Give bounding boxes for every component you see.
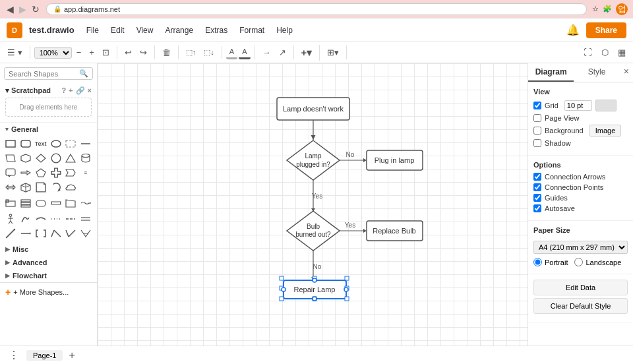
shape-cube[interactable] bbox=[19, 181, 32, 194]
share-button[interactable]: Share bbox=[586, 22, 626, 38]
landscape-radio[interactable] bbox=[574, 258, 583, 266]
shape-circle[interactable] bbox=[49, 152, 63, 165]
more-shapes-btn[interactable]: + + More Shapes... bbox=[0, 282, 97, 301]
shape-double-arrow[interactable] bbox=[4, 181, 17, 194]
clear-default-style-btn[interactable]: Clear Default Style bbox=[533, 298, 628, 314]
format-panel-btn[interactable]: ▦ bbox=[615, 46, 629, 59]
shadow-checkbox[interactable] bbox=[533, 139, 541, 147]
delete-btn[interactable]: 🗑 bbox=[159, 46, 174, 59]
scratchpad-close-icon[interactable]: × bbox=[88, 86, 92, 95]
grid-checkbox[interactable] bbox=[533, 102, 541, 109]
connect-left[interactable] bbox=[282, 288, 286, 291]
misc-section-header[interactable]: ▶ Misc bbox=[0, 243, 97, 256]
shape-list[interactable]: ≡ bbox=[79, 166, 92, 179]
flowchart-section-header[interactable]: ▶ Flowchart bbox=[0, 269, 97, 282]
shape-ellipse[interactable] bbox=[49, 137, 63, 150]
to-back-btn[interactable]: ⬚↓ bbox=[200, 46, 218, 59]
shape-stack[interactable] bbox=[19, 197, 32, 210]
page-1-tab[interactable]: Page-1 bbox=[26, 350, 63, 361]
shape-parallelogram[interactable] bbox=[4, 152, 17, 165]
zoom-out-btn[interactable]: − bbox=[73, 46, 85, 59]
handle-tl[interactable] bbox=[280, 276, 284, 280]
expand-btn[interactable]: ⬡ bbox=[598, 46, 612, 59]
fit-page-btn[interactable]: ⊡ bbox=[99, 46, 113, 59]
menu-arrange[interactable]: Arrange bbox=[160, 24, 198, 37]
node-lamp-plugged[interactable]: Lamp plugged in? bbox=[287, 140, 340, 180]
shape-stickman[interactable] bbox=[4, 212, 17, 226]
node-bulb-burned[interactable]: Bulb burned out? bbox=[287, 211, 340, 251]
portrait-radio[interactable] bbox=[533, 258, 542, 266]
scratchpad-help-icon[interactable]: ? bbox=[61, 86, 66, 95]
handle-bl[interactable] bbox=[280, 297, 284, 301]
shape-wave-arrow[interactable] bbox=[79, 197, 92, 210]
shape-curved-arrow[interactable] bbox=[49, 181, 63, 194]
waypoints-btn[interactable]: ↗ bbox=[276, 46, 289, 59]
fill-color-btn[interactable]: A bbox=[226, 46, 237, 59]
undo-btn[interactable]: ↩ bbox=[121, 46, 135, 59]
guides-checkbox[interactable] bbox=[533, 194, 541, 202]
menu-format[interactable]: Format bbox=[234, 24, 270, 37]
shape-rounded[interactable] bbox=[34, 197, 47, 210]
shape-text[interactable]: Text bbox=[34, 137, 47, 150]
shape-misc1[interactable] bbox=[49, 227, 63, 240]
shape-triangle[interactable] bbox=[64, 152, 77, 165]
connect-right[interactable] bbox=[344, 288, 348, 291]
menu-file[interactable]: File bbox=[81, 24, 104, 37]
paper-size-select[interactable]: A4 (210 mm x 297 mm) A3 Letter Legal bbox=[533, 241, 628, 254]
zoom-in-btn[interactable]: + bbox=[86, 46, 98, 59]
shape-dotted-line[interactable] bbox=[49, 212, 63, 226]
page-view-checkbox[interactable] bbox=[533, 114, 541, 122]
shape-cloud[interactable] bbox=[64, 181, 77, 194]
handle-br[interactable] bbox=[345, 297, 349, 301]
general-section-header[interactable]: ▾ General bbox=[0, 123, 97, 136]
star-icon[interactable]: ☆ bbox=[592, 5, 599, 13]
background-checkbox[interactable] bbox=[533, 127, 541, 135]
profile-icon[interactable]: 업 bbox=[616, 3, 628, 15]
redo-btn[interactable]: ↪ bbox=[136, 46, 150, 59]
search-icon[interactable]: 🔍 bbox=[79, 69, 88, 78]
back-btn[interactable]: ◀ bbox=[5, 4, 15, 15]
scratchpad-add-icon[interactable]: + bbox=[69, 86, 73, 95]
scratchpad-link-icon[interactable]: 🔗 bbox=[76, 86, 85, 95]
shape-manual[interactable] bbox=[64, 197, 77, 210]
menu-extras[interactable]: Extras bbox=[200, 24, 233, 37]
grid-value-input[interactable] bbox=[564, 100, 592, 111]
shape-note[interactable] bbox=[34, 181, 47, 194]
to-front-btn[interactable]: ⬚↑ bbox=[183, 46, 200, 59]
canvas-area[interactable]: Lamp doesn't work Lamp plugged in? No Pl… bbox=[98, 63, 528, 346]
grid-color-swatch[interactable] bbox=[595, 100, 617, 111]
shape-double-line[interactable] bbox=[79, 212, 92, 226]
shape-rect[interactable] bbox=[4, 137, 17, 150]
shape-cylinder[interactable] bbox=[79, 152, 92, 165]
line-color-btn[interactable]: A bbox=[239, 46, 250, 59]
shape-pentagon[interactable] bbox=[34, 166, 47, 179]
connection-arrows-checkbox[interactable] bbox=[533, 173, 541, 181]
forward-btn[interactable]: ▶ bbox=[18, 4, 28, 15]
shape-cross[interactable] bbox=[49, 166, 63, 179]
tab-style[interactable]: Style bbox=[574, 63, 619, 82]
menu-help[interactable]: Help bbox=[271, 24, 298, 37]
panel-close-btn[interactable]: × bbox=[620, 63, 633, 82]
shape-dashed-rect[interactable] bbox=[64, 137, 77, 150]
fullscreen-btn[interactable]: ⛶ bbox=[580, 46, 595, 59]
sidebar-toggle[interactable]: ☰ ▾ bbox=[4, 46, 26, 59]
shape-line[interactable] bbox=[79, 137, 92, 150]
shape-bracket[interactable] bbox=[34, 227, 47, 240]
insert-btn[interactable]: +▾ bbox=[298, 45, 316, 61]
shape-hexagon[interactable] bbox=[19, 152, 32, 165]
shape-diamond[interactable] bbox=[34, 152, 47, 165]
connection-points-checkbox[interactable] bbox=[533, 183, 541, 191]
shape-misc3[interactable] bbox=[79, 227, 92, 240]
advanced-section-header[interactable]: ▶ Advanced bbox=[0, 256, 97, 269]
table-btn[interactable]: ⊞▾ bbox=[324, 46, 342, 59]
edit-data-btn[interactable]: Edit Data bbox=[533, 280, 628, 295]
connect-bottom[interactable] bbox=[313, 297, 316, 301]
shape-rounded-rect[interactable] bbox=[19, 137, 32, 150]
scratchpad-header[interactable]: ▾ Scratchpad ? + 🔗 × bbox=[5, 86, 92, 95]
connect-top[interactable] bbox=[313, 278, 316, 282]
tab-diagram[interactable]: Diagram bbox=[528, 63, 574, 82]
shape-tape[interactable] bbox=[49, 197, 63, 210]
zoom-selector[interactable]: 100% 75% 50% 150% bbox=[34, 47, 72, 59]
image-btn[interactable]: Image bbox=[589, 125, 622, 136]
shape-diagonal-arrow[interactable] bbox=[4, 227, 17, 240]
